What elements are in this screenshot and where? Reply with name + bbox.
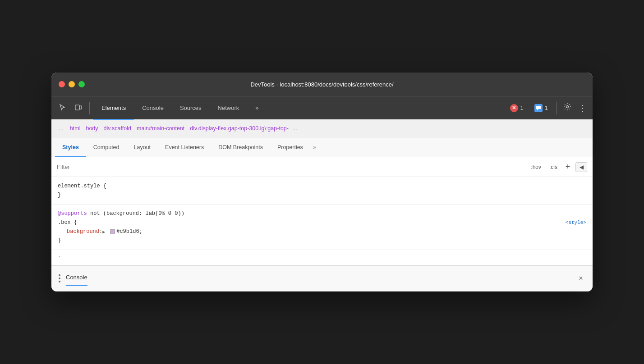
- error-icon: ✕: [510, 104, 518, 112]
- css-line: element.style {: [58, 182, 586, 191]
- css-at-rule-line: @supports not (background: lab(0% 0 0)): [58, 209, 586, 218]
- toolbar-right: ✕ 1 1: [506, 101, 589, 115]
- dot: [59, 278, 60, 279]
- toolbar-divider: [89, 102, 90, 114]
- tab-console[interactable]: Console: [134, 96, 172, 120]
- css-brace-close-line: }: [58, 236, 586, 245]
- css-property-value: #c9b1d6;: [116, 228, 143, 236]
- css-line: }: [58, 191, 586, 200]
- css-brace-close: }: [58, 237, 61, 245]
- filter-bar: :hov .cls + ◀: [51, 157, 593, 177]
- css-at-condition: not (background: lab(0% 0 0)): [87, 209, 184, 218]
- filter-actions: :hov .cls + ◀: [528, 162, 587, 172]
- breadcrumb-main[interactable]: main#main-content: [135, 125, 186, 132]
- drawer-title-container: Console: [66, 274, 87, 283]
- tab-sources[interactable]: Sources: [172, 96, 210, 120]
- breadcrumb-body[interactable]: body: [84, 125, 100, 132]
- dot: [59, 274, 60, 276]
- tab-styles[interactable]: Styles: [55, 137, 86, 157]
- css-partial-block: ·: [51, 250, 593, 265]
- chat-badge-button[interactable]: 1: [530, 102, 552, 114]
- css-colon: :: [99, 228, 102, 236]
- panel-tabs-more[interactable]: »: [310, 137, 319, 157]
- add-rule-button[interactable]: +: [563, 162, 573, 172]
- more-options-button[interactable]: ⋮: [576, 101, 589, 115]
- close-button[interactable]: [59, 81, 65, 87]
- chat-icon: [534, 104, 543, 112]
- dot: [59, 281, 60, 282]
- tab-event-listeners[interactable]: Event Listeners: [158, 137, 211, 157]
- breadcrumb-div-scaffold[interactable]: div.scaffold: [102, 125, 133, 132]
- expand-swatch-button[interactable]: ▶: [102, 229, 108, 234]
- window-title: DevTools - localhost:8080/docs/devtools/…: [250, 81, 393, 88]
- tab-layout[interactable]: Layout: [127, 137, 158, 157]
- css-brace-close: }: [58, 191, 61, 200]
- tab-elements[interactable]: Elements: [93, 96, 134, 120]
- settings-button[interactable]: [560, 101, 575, 115]
- breadcrumb-more[interactable]: ...: [56, 125, 66, 132]
- element-style-block: element.style { }: [51, 177, 593, 205]
- supports-block: @supports not (background: lab(0% 0 0)) …: [51, 205, 593, 250]
- svg-rect-0: [75, 105, 79, 110]
- color-swatch[interactable]: [110, 229, 115, 234]
- svg-rect-1: [79, 106, 82, 109]
- breadcrumb-bar: ... html body div.scaffold main#main-con…: [51, 119, 593, 137]
- console-drawer: Console ×: [51, 265, 593, 291]
- tab-dom-breakpoints[interactable]: DOM Breakpoints: [211, 137, 270, 157]
- arrow-left-icon: ◀: [580, 164, 584, 170]
- css-selector-line: .box { <style>: [58, 218, 586, 227]
- tab-computed[interactable]: Computed: [86, 137, 127, 157]
- error-badge-button[interactable]: ✕ 1: [506, 102, 528, 114]
- panel-tabs: Styles Computed Layout Event Listeners D…: [51, 137, 593, 157]
- traffic-lights: [59, 81, 85, 87]
- gear-icon: [563, 103, 571, 113]
- styles-panel: element.style { } @supports not (backgro…: [51, 177, 593, 265]
- css-property-name: background: [67, 228, 99, 236]
- css-source-link[interactable]: <style>: [566, 219, 586, 227]
- filter-input[interactable]: [57, 164, 524, 170]
- tab-network[interactable]: Network: [210, 96, 248, 120]
- cursor-icon-button[interactable]: [55, 101, 69, 115]
- device-toggle-button[interactable]: [71, 101, 86, 115]
- toolbar-divider-right: [556, 102, 557, 114]
- drawer-drag-handle[interactable]: [57, 273, 62, 284]
- svg-point-2: [566, 106, 569, 108]
- console-drawer-title[interactable]: Console: [66, 274, 87, 282]
- more-icon: ⋮: [579, 104, 587, 112]
- devtools-window: DevTools - localhost:8080/docs/devtools/…: [51, 73, 593, 291]
- tab-properties[interactable]: Properties: [270, 137, 310, 157]
- breadcrumb-div-flex[interactable]: div.display-flex.gap-top-300.lg\:gap-top…: [188, 125, 290, 132]
- css-partial-text: ·: [58, 254, 61, 260]
- minimize-button[interactable]: [69, 81, 75, 87]
- toggle-sidebar-button[interactable]: ◀: [575, 162, 587, 172]
- close-drawer-button[interactable]: ×: [575, 272, 587, 285]
- cls-button[interactable]: .cls: [547, 163, 560, 172]
- css-selector: element.style {: [58, 182, 106, 191]
- maximize-button[interactable]: [78, 81, 85, 87]
- main-tabs: Elements Console Sources Network »: [93, 96, 504, 120]
- breadcrumb-html[interactable]: html: [68, 125, 83, 132]
- titlebar: DevTools - localhost:8080/docs/devtools/…: [51, 73, 593, 96]
- css-box-selector: .box {: [58, 218, 77, 227]
- hov-button[interactable]: :hov: [528, 163, 544, 172]
- top-toolbar: Elements Console Sources Network » ✕ 1: [51, 96, 593, 119]
- device-icon: [75, 104, 82, 113]
- css-at-keyword: @supports: [58, 209, 87, 218]
- css-property-line: background : ▶ #c9b1d6;: [58, 227, 586, 236]
- cursor-icon: [59, 104, 66, 113]
- tab-more[interactable]: »: [247, 96, 267, 120]
- close-icon: ×: [579, 274, 583, 282]
- breadcrumb-ellipsis[interactable]: ...: [292, 125, 297, 132]
